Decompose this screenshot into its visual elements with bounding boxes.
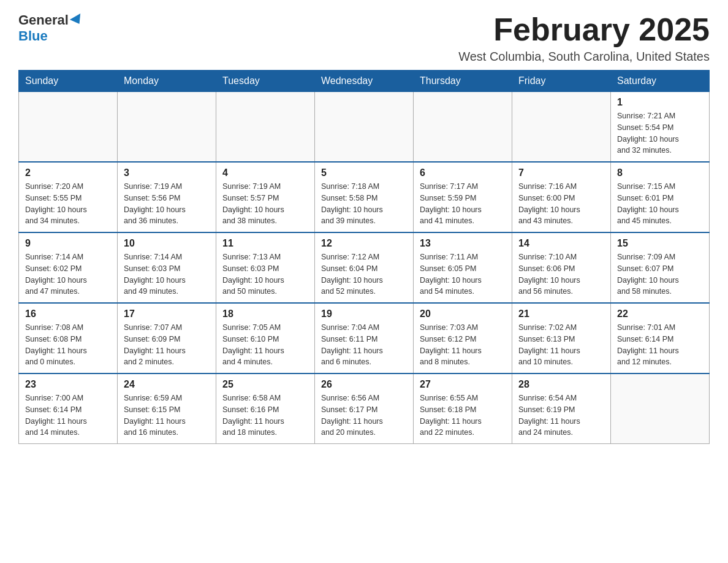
day-number: 3 [124, 167, 210, 178]
day-info: Sunrise: 7:14 AMSunset: 6:02 PMDaylight:… [25, 251, 111, 297]
page-header: General Blue February 2025 West Columbia… [18, 12, 710, 64]
calendar-cell: 14Sunrise: 7:10 AMSunset: 6:06 PMDayligh… [512, 232, 611, 303]
calendar-header-friday: Friday [512, 71, 611, 92]
day-info: Sunrise: 7:18 AMSunset: 5:58 PMDaylight:… [321, 181, 407, 227]
calendar-cell: 2Sunrise: 7:20 AMSunset: 5:55 PMDaylight… [19, 162, 118, 232]
day-number: 20 [420, 308, 506, 320]
day-info: Sunrise: 7:19 AMSunset: 5:56 PMDaylight:… [124, 181, 210, 227]
calendar-cell: 18Sunrise: 7:05 AMSunset: 6:10 PMDayligh… [216, 303, 315, 373]
calendar-cell [611, 373, 710, 444]
day-info: Sunrise: 7:17 AMSunset: 5:59 PMDaylight:… [420, 181, 506, 227]
calendar-table: SundayMondayTuesdayWednesdayThursdayFrid… [18, 70, 710, 444]
day-number: 21 [518, 308, 604, 320]
calendar-week-row: 16Sunrise: 7:08 AMSunset: 6:08 PMDayligh… [19, 303, 710, 373]
calendar-cell: 3Sunrise: 7:19 AMSunset: 5:56 PMDaylight… [118, 162, 216, 232]
logo-general-text: General [18, 12, 69, 28]
day-number: 18 [222, 308, 308, 320]
day-number: 27 [420, 379, 506, 390]
day-info: Sunrise: 7:00 AMSunset: 6:14 PMDaylight:… [25, 393, 111, 439]
day-number: 4 [222, 167, 308, 178]
calendar-cell [512, 92, 611, 163]
calendar-cell: 8Sunrise: 7:15 AMSunset: 6:01 PMDaylight… [611, 162, 710, 232]
calendar-cell: 27Sunrise: 6:55 AMSunset: 6:18 PMDayligh… [414, 373, 512, 444]
day-info: Sunrise: 6:55 AMSunset: 6:18 PMDaylight:… [420, 393, 506, 439]
day-info: Sunrise: 7:16 AMSunset: 6:00 PMDaylight:… [518, 181, 604, 227]
logo-triangle-icon [70, 13, 85, 27]
month-title: February 2025 [458, 12, 710, 47]
calendar-cell: 4Sunrise: 7:19 AMSunset: 5:57 PMDaylight… [216, 162, 315, 232]
day-info: Sunrise: 7:01 AMSunset: 6:14 PMDaylight:… [617, 322, 703, 368]
calendar-header-monday: Monday [118, 71, 216, 92]
title-block: February 2025 West Columbia, South Carol… [458, 12, 710, 64]
calendar-cell: 10Sunrise: 7:14 AMSunset: 6:03 PMDayligh… [118, 232, 216, 303]
calendar-cell: 12Sunrise: 7:12 AMSunset: 6:04 PMDayligh… [315, 232, 414, 303]
day-info: Sunrise: 6:56 AMSunset: 6:17 PMDaylight:… [321, 393, 407, 439]
calendar-cell: 22Sunrise: 7:01 AMSunset: 6:14 PMDayligh… [611, 303, 710, 373]
day-info: Sunrise: 7:11 AMSunset: 6:05 PMDaylight:… [420, 251, 506, 297]
day-number: 22 [617, 308, 703, 320]
logo: General Blue [18, 12, 83, 44]
day-number: 8 [617, 167, 703, 178]
day-number: 25 [222, 379, 308, 390]
day-info: Sunrise: 7:05 AMSunset: 6:10 PMDaylight:… [222, 322, 308, 368]
calendar-cell: 19Sunrise: 7:04 AMSunset: 6:11 PMDayligh… [315, 303, 414, 373]
calendar-week-row: 23Sunrise: 7:00 AMSunset: 6:14 PMDayligh… [19, 373, 710, 444]
day-info: Sunrise: 6:58 AMSunset: 6:16 PMDaylight:… [222, 393, 308, 439]
calendar-cell: 28Sunrise: 6:54 AMSunset: 6:19 PMDayligh… [512, 373, 611, 444]
calendar-cell [414, 92, 512, 163]
day-number: 11 [222, 238, 308, 249]
day-number: 5 [321, 167, 407, 178]
calendar-cell: 21Sunrise: 7:02 AMSunset: 6:13 PMDayligh… [512, 303, 611, 373]
day-number: 23 [25, 379, 111, 390]
calendar-header-sunday: Sunday [19, 71, 118, 92]
calendar-header-thursday: Thursday [414, 71, 512, 92]
calendar-header-saturday: Saturday [611, 71, 710, 92]
calendar-header-tuesday: Tuesday [216, 71, 315, 92]
day-info: Sunrise: 7:04 AMSunset: 6:11 PMDaylight:… [321, 322, 407, 368]
day-number: 12 [321, 238, 407, 249]
calendar-week-row: 2Sunrise: 7:20 AMSunset: 5:55 PMDaylight… [19, 162, 710, 232]
location-title: West Columbia, South Carolina, United St… [458, 50, 710, 64]
calendar-cell [216, 92, 315, 163]
day-info: Sunrise: 7:02 AMSunset: 6:13 PMDaylight:… [518, 322, 604, 368]
day-number: 2 [25, 167, 111, 178]
calendar-cell: 13Sunrise: 7:11 AMSunset: 6:05 PMDayligh… [414, 232, 512, 303]
calendar-cell: 15Sunrise: 7:09 AMSunset: 6:07 PMDayligh… [611, 232, 710, 303]
calendar-cell: 11Sunrise: 7:13 AMSunset: 6:03 PMDayligh… [216, 232, 315, 303]
day-number: 19 [321, 308, 407, 320]
calendar-cell: 16Sunrise: 7:08 AMSunset: 6:08 PMDayligh… [19, 303, 118, 373]
calendar-cell: 26Sunrise: 6:56 AMSunset: 6:17 PMDayligh… [315, 373, 414, 444]
day-info: Sunrise: 7:03 AMSunset: 6:12 PMDaylight:… [420, 322, 506, 368]
calendar-header-row: SundayMondayTuesdayWednesdayThursdayFrid… [19, 71, 710, 92]
calendar-cell [19, 92, 118, 163]
day-number: 16 [25, 308, 111, 320]
day-number: 7 [518, 167, 604, 178]
day-info: Sunrise: 7:21 AMSunset: 5:54 PMDaylight:… [617, 110, 703, 156]
day-info: Sunrise: 7:10 AMSunset: 6:06 PMDaylight:… [518, 251, 604, 297]
day-number: 10 [124, 238, 210, 249]
calendar-cell: 24Sunrise: 6:59 AMSunset: 6:15 PMDayligh… [118, 373, 216, 444]
day-info: Sunrise: 7:19 AMSunset: 5:57 PMDaylight:… [222, 181, 308, 227]
calendar-cell: 9Sunrise: 7:14 AMSunset: 6:02 PMDaylight… [19, 232, 118, 303]
calendar-cell: 20Sunrise: 7:03 AMSunset: 6:12 PMDayligh… [414, 303, 512, 373]
calendar-cell: 1Sunrise: 7:21 AMSunset: 5:54 PMDaylight… [611, 92, 710, 163]
calendar-cell: 7Sunrise: 7:16 AMSunset: 6:00 PMDaylight… [512, 162, 611, 232]
day-number: 14 [518, 238, 604, 249]
day-info: Sunrise: 7:20 AMSunset: 5:55 PMDaylight:… [25, 181, 111, 227]
day-number: 28 [518, 379, 604, 390]
day-number: 17 [124, 308, 210, 320]
calendar-cell: 23Sunrise: 7:00 AMSunset: 6:14 PMDayligh… [19, 373, 118, 444]
calendar-week-row: 9Sunrise: 7:14 AMSunset: 6:02 PMDaylight… [19, 232, 710, 303]
logo-blue-text: Blue [18, 28, 48, 44]
day-number: 24 [124, 379, 210, 390]
day-info: Sunrise: 7:09 AMSunset: 6:07 PMDaylight:… [617, 251, 703, 297]
day-info: Sunrise: 6:59 AMSunset: 6:15 PMDaylight:… [124, 393, 210, 439]
calendar-cell [315, 92, 414, 163]
day-number: 6 [420, 167, 506, 178]
calendar-cell: 17Sunrise: 7:07 AMSunset: 6:09 PMDayligh… [118, 303, 216, 373]
day-number: 1 [617, 97, 703, 108]
day-info: Sunrise: 7:13 AMSunset: 6:03 PMDaylight:… [222, 251, 308, 297]
day-info: Sunrise: 6:54 AMSunset: 6:19 PMDaylight:… [518, 393, 604, 439]
day-number: 26 [321, 379, 407, 390]
day-info: Sunrise: 7:07 AMSunset: 6:09 PMDaylight:… [124, 322, 210, 368]
